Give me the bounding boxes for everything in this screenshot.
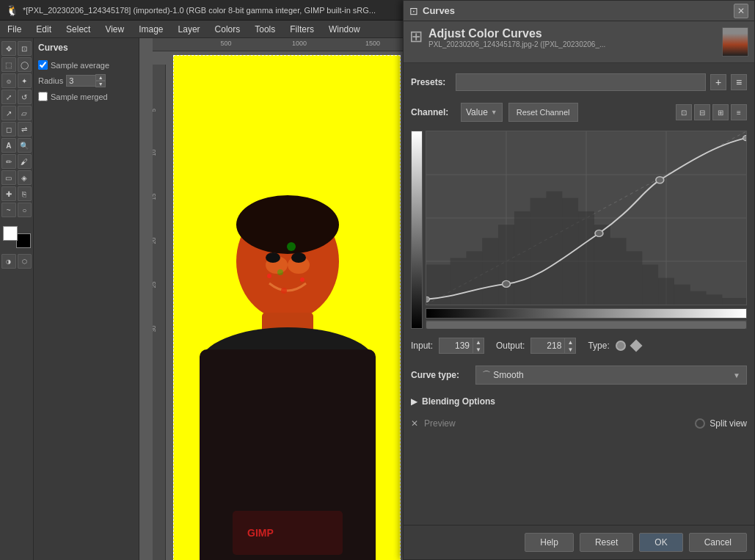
curves-graph[interactable]	[426, 131, 747, 305]
reset-button[interactable]: Reset	[580, 533, 633, 552]
tool-move[interactable]: ✥	[1, 41, 16, 56]
reset-channel-button[interactable]: Reset Channel	[508, 103, 578, 122]
tool-extra1[interactable]: ◑	[1, 254, 16, 269]
sample-merged-option[interactable]: Sample merged	[38, 92, 134, 101]
tool-fuzzy[interactable]: ✦	[18, 73, 32, 88]
menu-edit[interactable]: Edit	[29, 21, 59, 37]
type-diamond-button[interactable]	[630, 340, 642, 352]
tool-lasso[interactable]: ⌾	[1, 73, 16, 88]
help-button[interactable]: Help	[525, 533, 574, 552]
toolbox: ✥ ⊡ ⬚ ◯ ⌾ ✦ ⤢ ↺ ↗ ▱	[0, 38, 34, 560]
curve-type-select[interactable]: ⌒ Smooth ▼	[475, 366, 747, 385]
menu-select[interactable]: Select	[59, 21, 98, 37]
dialog-buttons: Help Reset OK Cancel	[404, 525, 754, 559]
input-value[interactable]	[439, 338, 473, 353]
tool-dodge[interactable]: ○	[18, 203, 32, 217]
split-view-toggle[interactable]	[695, 418, 705, 429]
output-spin[interactable]: ▲ ▼	[530, 338, 576, 354]
adjust-title: Adjust Color Curves	[428, 27, 716, 40]
background-color-swatch[interactable]	[16, 233, 31, 248]
channel-value: Value	[466, 107, 488, 117]
svg-rect-42	[707, 294, 723, 305]
channel-icon-2[interactable]: ⊟	[694, 104, 710, 120]
menu-window[interactable]: Window	[321, 21, 368, 37]
input-down-button[interactable]: ▼	[473, 346, 484, 353]
svg-rect-41	[690, 291, 707, 305]
menu-filters[interactable]: Filters	[282, 21, 321, 37]
sample-average-checkbox[interactable]	[38, 60, 48, 70]
radius-up-button[interactable]: ▲	[95, 74, 106, 81]
radius-down-button[interactable]: ▼	[95, 81, 106, 87]
tool-options-text-panel: Curves Sample average Radius ▲ ▼	[34, 38, 139, 560]
foreground-color-swatch[interactable]	[3, 226, 18, 241]
input-spin[interactable]: ▲ ▼	[439, 338, 484, 354]
tool-rect-select[interactable]: ⬚	[1, 57, 16, 72]
tool-clone[interactable]: ⎘	[18, 186, 32, 201]
presets-menu-button[interactable]: ≡	[731, 74, 747, 90]
channel-icon-4[interactable]: ≡	[731, 104, 747, 120]
tool-eraser[interactable]: ▭	[1, 170, 16, 185]
blending-label[interactable]: Blending Options	[422, 396, 495, 407]
sample-average-option[interactable]: Sample average	[38, 60, 134, 70]
tool-rotate[interactable]: ↺	[18, 90, 32, 104]
tool-heal[interactable]: ✚	[1, 186, 16, 201]
svg-point-44	[426, 297, 429, 302]
tool-align[interactable]: ⊡	[18, 41, 32, 56]
presets-row: Presets: + ≡	[411, 70, 747, 94]
menu-layer[interactable]: Layer	[171, 21, 208, 37]
channel-icon-3[interactable]: ⊞	[712, 104, 729, 120]
tool-crop[interactable]: ⤢	[1, 90, 16, 104]
split-view-label: Split view	[710, 418, 747, 429]
preview-toggle-icon[interactable]: ✕	[411, 418, 418, 429]
tool-ellipse-select[interactable]: ◯	[18, 57, 32, 72]
dialog-close-button[interactable]: ✕	[734, 4, 748, 18]
svg-point-11	[277, 269, 283, 275]
main-layout: ✥ ⊡ ⬚ ◯ ⌾ ✦ ⤢ ↺ ↗ ▱	[0, 38, 755, 560]
menu-tools[interactable]: Tools	[247, 21, 282, 37]
menu-colors[interactable]: Colors	[208, 21, 248, 37]
curve-type-value: ⌒ Smooth	[482, 369, 524, 382]
svg-rect-43	[722, 298, 746, 305]
menu-image[interactable]: Image	[131, 21, 170, 37]
tool-colorpick[interactable]: 🔍	[18, 138, 32, 153]
presets-add-button[interactable]: +	[710, 74, 726, 90]
radius-spin[interactable]: ▲ ▼	[66, 74, 106, 87]
tool-extra2[interactable]: ⬡	[18, 254, 32, 269]
ok-button[interactable]: OK	[639, 533, 682, 552]
output-down-button[interactable]: ▼	[565, 346, 575, 353]
tool-scale[interactable]: ↗	[1, 106, 16, 120]
channel-label: Channel:	[411, 107, 455, 117]
menu-file[interactable]: File	[0, 21, 29, 37]
curves-scrollbar[interactable]	[426, 320, 747, 329]
tool-pencil[interactable]: ✏	[1, 154, 16, 169]
io-row: Input: ▲ ▼ Output: ▲ ▼ Type:	[411, 335, 747, 357]
dialog-title-bar: ⊡ Curves ✕	[404, 1, 754, 21]
tool-shear[interactable]: ▱	[18, 106, 32, 120]
presets-select[interactable]	[456, 73, 706, 91]
tool-flip[interactable]: ⇌	[18, 122, 32, 137]
tool-brush[interactable]: 🖌	[18, 154, 32, 169]
preview-label[interactable]: Preview	[424, 418, 456, 429]
channel-icon-1[interactable]: ⊡	[676, 104, 692, 120]
dialog-body: Presets: + ≡ Channel: Value ▼ Reset Chan…	[404, 63, 754, 525]
type-circle-button[interactable]	[616, 341, 626, 351]
output-up-button[interactable]: ▲	[565, 338, 575, 346]
tool-smudge[interactable]: ~	[1, 203, 16, 217]
tool-perspective[interactable]: ◻	[1, 122, 16, 137]
svg-point-14	[281, 288, 287, 294]
svg-point-45	[503, 280, 511, 287]
blending-row: ▶ Blending Options	[411, 393, 747, 410]
image-canvas[interactable]: GIMP	[173, 55, 401, 560]
tool-text[interactable]: A	[1, 138, 16, 153]
svg-point-12	[267, 274, 271, 278]
sample-merged-checkbox[interactable]	[38, 92, 48, 101]
channel-select[interactable]: Value ▼	[461, 103, 503, 122]
radius-input[interactable]	[66, 75, 95, 87]
input-up-button[interactable]: ▲	[473, 338, 484, 346]
output-value[interactable]	[531, 338, 564, 353]
menu-view[interactable]: View	[98, 21, 131, 37]
svg-rect-32	[547, 192, 563, 305]
cancel-button[interactable]: Cancel	[689, 533, 747, 552]
blending-expand-icon[interactable]: ▶	[411, 396, 417, 407]
tool-fill[interactable]: ◈	[18, 170, 32, 185]
